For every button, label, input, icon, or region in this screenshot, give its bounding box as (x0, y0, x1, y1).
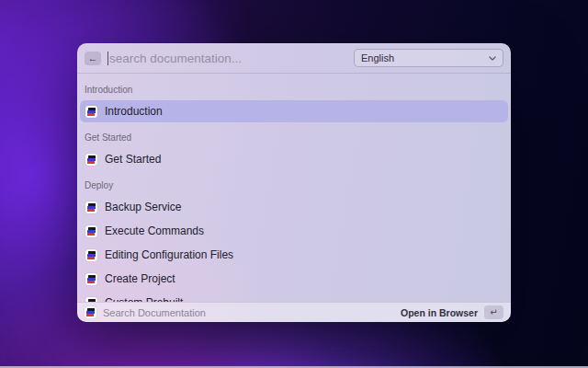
logo-bar (87, 161, 95, 164)
zeabur-logo-icon (85, 306, 96, 318)
result-item[interactable]: Custom Prebuilt (80, 292, 508, 302)
result-item-label: Backup Service (105, 201, 181, 213)
section-label: Get Started (80, 124, 508, 148)
section-label: Introduction (80, 76, 508, 100)
result-item[interactable]: Backup Service (80, 196, 508, 218)
zeabur-logo-icon (85, 154, 97, 166)
logo-bar (87, 233, 95, 236)
results-list: IntroductionIntroductionGet StartedGet S… (77, 74, 511, 302)
result-item[interactable]: Create Project (80, 268, 508, 290)
return-key-icon: ↵ (490, 307, 497, 317)
logo-bar (87, 281, 95, 283)
zeabur-logo-icon (85, 201, 97, 213)
search-documentation-dialog: ← English IntroductionIntroductionGet St… (77, 43, 511, 322)
open-in-browser-button[interactable]: Open in Browser (401, 307, 478, 318)
result-item[interactable]: Introduction (80, 100, 508, 122)
result-item[interactable]: Editing Configuration Files (80, 244, 508, 266)
result-item-label: Create Project (105, 272, 175, 285)
section-label: Deploy (80, 172, 508, 196)
language-dropdown-value: English (361, 52, 394, 63)
result-item-label: Editing Configuration Files (105, 248, 233, 261)
zeabur-logo-icon (85, 106, 97, 118)
result-item-label: Get Started (105, 153, 161, 166)
result-item[interactable]: Execute Commands (80, 220, 508, 242)
text-cursor (107, 52, 108, 65)
result-item-label: Execute Commands (105, 224, 204, 237)
zeabur-logo-icon (85, 273, 97, 285)
search-input[interactable] (109, 52, 346, 65)
logo-bar (87, 113, 95, 116)
zeabur-logo-icon (85, 306, 96, 318)
enter-key-hint: ↵ (484, 305, 503, 319)
logo-bar (86, 314, 94, 316)
dialog-footer: Search Documentation Open in Browser ↵ (77, 302, 511, 322)
zeabur-logo-icon (85, 225, 97, 237)
back-button[interactable]: ← (85, 52, 101, 65)
result-item-label: Introduction (105, 105, 163, 118)
zeabur-logo-icon (85, 249, 97, 261)
chevron-down-icon (489, 56, 496, 61)
logo-bar (87, 209, 95, 212)
result-item[interactable]: Get Started (80, 148, 508, 170)
language-dropdown[interactable]: English (354, 49, 503, 67)
back-arrow-icon: ← (88, 53, 98, 63)
footer-label: Search Documentation (103, 307, 394, 318)
logo-bar (87, 257, 95, 259)
search-bar: ← English (77, 43, 511, 74)
